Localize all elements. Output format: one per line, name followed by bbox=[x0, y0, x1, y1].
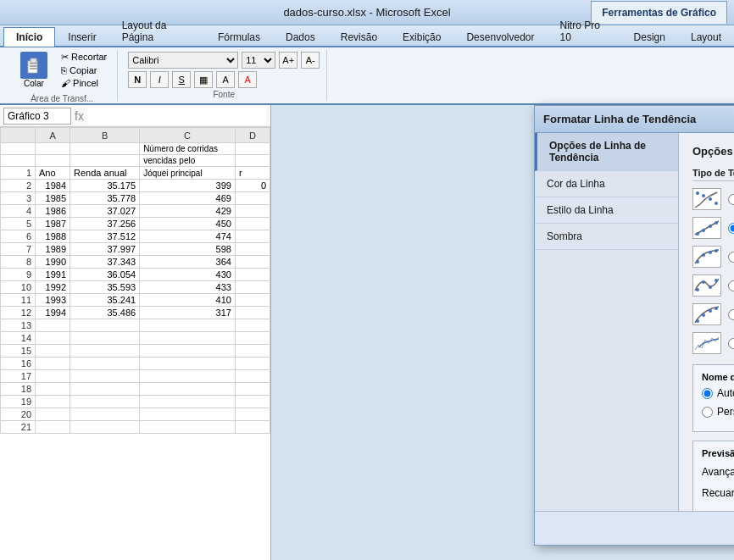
area-transf-label: Área de Transf... bbox=[31, 94, 93, 103]
table-row: vencidas pelo bbox=[1, 155, 270, 167]
svg-rect-3 bbox=[30, 65, 37, 67]
dialog-title: Formatar Linha de Tendência bbox=[543, 113, 696, 125]
cat-cor-linha[interactable]: Cor da Linha bbox=[535, 171, 678, 197]
tab-nitro[interactable]: Nitro Pro 10 bbox=[547, 15, 620, 47]
clipboard-small-btns: ✂ Recortar ⎘ Copiar 🖌 Pincel bbox=[58, 51, 110, 89]
svg-rect-2 bbox=[30, 63, 37, 64]
font-family-select[interactable]: Calibri bbox=[128, 52, 238, 69]
clipboard-group: Colar ✂ Recortar ⎘ Copiar 🖌 Pincel Área … bbox=[7, 50, 118, 101]
tab-formulas[interactable]: Fórmulas bbox=[205, 27, 273, 47]
mediamovel-radio[interactable] bbox=[728, 338, 734, 349]
svg-point-8 bbox=[715, 202, 718, 205]
font-color-btn[interactable]: A bbox=[238, 71, 257, 88]
ribbon-tabs: Início Inserir Layout da Página Fórmulas… bbox=[0, 25, 734, 47]
tab-layout-pagina[interactable]: Layout da Página bbox=[109, 15, 205, 47]
col-header-a[interactable]: A bbox=[36, 128, 70, 143]
trend-linear-row: Linear bbox=[692, 217, 734, 239]
svg-point-19 bbox=[702, 280, 705, 284]
name-section: Nome da Linha de Tendência Automático: L… bbox=[692, 364, 734, 432]
custom-name-label[interactable]: Personalizado: bbox=[702, 406, 734, 418]
potencia-label[interactable]: Potência bbox=[728, 308, 734, 320]
formula-input[interactable] bbox=[87, 108, 267, 125]
linear-label[interactable]: Linear bbox=[728, 222, 734, 234]
pincel-button[interactable]: 🖌 Pincel bbox=[58, 77, 110, 89]
linear-radio[interactable] bbox=[728, 223, 734, 234]
polinomial-label[interactable]: Polinomial bbox=[728, 280, 734, 291]
font-size-select[interactable]: 11 bbox=[242, 52, 275, 69]
linear-icon bbox=[692, 217, 721, 239]
logaritmica-icon bbox=[692, 246, 721, 268]
table-row: 14 bbox=[1, 332, 270, 345]
previsao-section: Previsão Avançar: períodos Recuar: perío… bbox=[692, 441, 734, 511]
svg-point-21 bbox=[715, 279, 718, 282]
name-section-title: Nome da Linha de Tendência bbox=[702, 372, 734, 382]
tab-layout[interactable]: Layout bbox=[678, 27, 734, 47]
font-grow-btn[interactable]: A+ bbox=[279, 52, 297, 69]
mediamovel-label[interactable]: Média Móvel bbox=[728, 337, 734, 349]
tab-dados[interactable]: Dados bbox=[273, 27, 328, 47]
fill-color-btn[interactable]: A bbox=[216, 71, 235, 88]
data-table: A B C D Número de corridas bbox=[0, 127, 270, 434]
underline-btn[interactable]: S bbox=[172, 71, 191, 88]
polinomial-icon bbox=[692, 274, 721, 297]
tab-desenvolvedor[interactable]: Desenvolvedor bbox=[453, 27, 547, 47]
dialog-categories: Opções de Linha de Tendência Cor da Linh… bbox=[535, 133, 679, 511]
table-row: 12 1994 35.486 317 bbox=[1, 307, 270, 319]
font-shrink-btn[interactable]: A- bbox=[301, 52, 320, 69]
border-btn[interactable]: ▦ bbox=[194, 71, 213, 88]
logaritmica-radio[interactable] bbox=[728, 252, 734, 263]
col-header-c[interactable]: C bbox=[140, 128, 236, 143]
col-header-b[interactable]: B bbox=[70, 128, 140, 143]
colar-icon bbox=[20, 52, 47, 79]
svg-point-25 bbox=[715, 307, 718, 310]
fonte-label: Fonte bbox=[213, 90, 235, 99]
col-header-d[interactable]: D bbox=[235, 128, 270, 143]
svg-point-11 bbox=[702, 229, 705, 232]
recortar-button[interactable]: ✂ Recortar bbox=[58, 51, 110, 64]
exponencial-label[interactable]: Exponencial bbox=[728, 193, 734, 205]
svg-point-12 bbox=[709, 225, 712, 228]
table-row: 10 1992 35.593 433 bbox=[1, 281, 270, 294]
tab-design[interactable]: Design bbox=[621, 27, 678, 47]
fonte-group: Calibri 11 A+ A- N I S ▦ A A Fonte bbox=[121, 50, 327, 101]
chart-area: Formatar Linha de Tendência ? ✕ Opções d… bbox=[271, 105, 734, 560]
table-row: 9 1991 36.054 430 bbox=[1, 269, 270, 281]
sheet-grid: A B C D Número de corridas bbox=[0, 127, 270, 560]
name-box[interactable] bbox=[3, 108, 71, 125]
cat-opcoes-linha[interactable]: Opções de Linha de Tendência bbox=[535, 133, 678, 171]
custom-name-radio[interactable] bbox=[702, 407, 713, 418]
format-trendline-dialog: Formatar Linha de Tendência ? ✕ Opções d… bbox=[534, 105, 734, 546]
polinomial-radio[interactable] bbox=[728, 280, 734, 291]
table-row: 7 1989 37.997 598 bbox=[1, 243, 270, 256]
logaritmica-label[interactable]: Logarítmica bbox=[728, 251, 734, 263]
tab-revisao[interactable]: Revisão bbox=[328, 27, 390, 47]
exponencial-radio[interactable] bbox=[728, 194, 734, 205]
table-row: 15 bbox=[1, 345, 270, 358]
table-row: 3 1985 35.778 469 bbox=[1, 192, 270, 205]
bold-btn[interactable]: N bbox=[128, 71, 147, 88]
cat-estilo-linha[interactable]: Estilo da Linha bbox=[535, 197, 678, 224]
copiar-button[interactable]: ⎘ Copiar bbox=[58, 64, 110, 76]
trend-potencia-row: Potência bbox=[692, 303, 734, 325]
type-subsection-title: Tipo de Tendência/Regressão bbox=[692, 168, 734, 181]
auto-name-label[interactable]: Automático: bbox=[702, 387, 734, 399]
auto-name-row: Automático: Linear (Série1) bbox=[702, 387, 734, 399]
tab-inicio[interactable]: Início bbox=[3, 27, 55, 47]
auto-name-radio[interactable] bbox=[702, 388, 713, 399]
svg-rect-1 bbox=[31, 58, 36, 63]
colar-label: Colar bbox=[24, 79, 44, 88]
table-row: 11 1993 35.241 410 bbox=[1, 294, 270, 307]
table-row: Número de corridas bbox=[1, 143, 270, 155]
tab-exibicao[interactable]: Exibição bbox=[390, 27, 453, 47]
cat-sombra[interactable]: Sombra bbox=[535, 224, 678, 250]
svg-point-20 bbox=[709, 286, 712, 289]
colar-button[interactable]: Colar bbox=[14, 48, 54, 92]
potencia-radio[interactable] bbox=[728, 309, 734, 320]
formula-bar: fx bbox=[0, 105, 270, 127]
italic-btn[interactable]: I bbox=[150, 71, 169, 88]
previsao-title: Previsão bbox=[702, 448, 734, 458]
tab-inserir[interactable]: Inserir bbox=[55, 27, 108, 47]
svg-point-16 bbox=[709, 251, 712, 254]
potencia-icon bbox=[692, 303, 721, 325]
svg-point-10 bbox=[696, 232, 699, 236]
